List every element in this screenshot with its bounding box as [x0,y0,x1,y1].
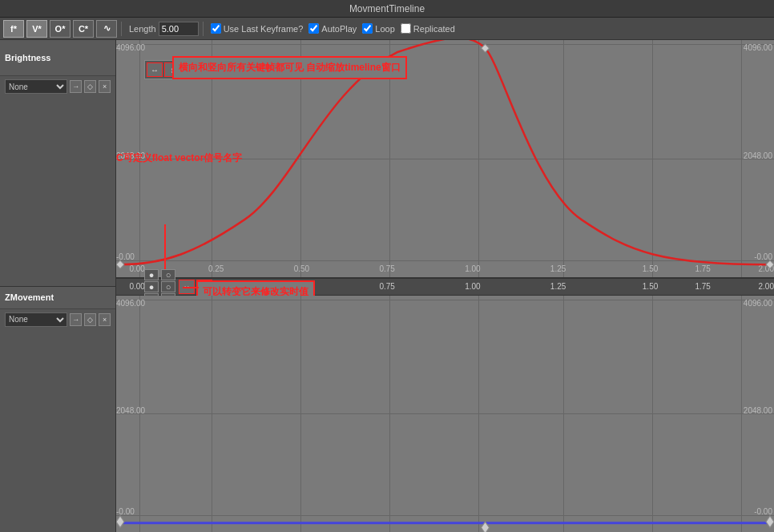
circle-1[interactable]: ○ [161,269,175,280]
separator-1 [121,22,122,36]
fit-v-bottom[interactable]: ↕ [196,280,212,294]
ruler-2: 0.50 [294,282,309,291]
svg-marker-4 [116,515,124,527]
circle-2[interactable]: ○ [161,281,175,292]
zmovement-label: ZMovement [5,292,54,302]
toolbar: f* V* O* C* ∿ Length Use Last Keyframe? … [0,18,774,40]
brightness-controls: None → ◇ × [0,76,115,97]
zmovement-header: ZMovement [0,287,115,309]
zmovement-curve [116,296,774,533]
c-button[interactable]: C* [73,20,94,38]
autoplay-checkbox[interactable] [308,23,319,34]
brightness-section: Brightness None → ◇ × [0,40,115,287]
zmovement-arrow-btn[interactable]: → [70,313,82,326]
ruler-3: 0.75 [379,282,394,291]
svg-marker-0 [116,260,124,268]
ruler-8: 2.00 [759,282,774,291]
loop-label: Loop [375,24,394,34]
o-button[interactable]: O* [50,20,71,38]
brightness-label: Brightness [5,53,50,62]
fit-h-button[interactable]: ↔ [147,62,163,77]
eye-1[interactable]: ● [144,269,159,280]
main-content: Brightness None → ◇ × ZMovement None → [0,40,774,532]
zmovement-controls: None → ◇ × [0,309,115,330]
graph-bottom[interactable]: 4096.00 2048.00 -0.00 4096.00 2048.00 -0… [116,296,774,533]
svg-marker-2 [766,260,774,268]
use-last-keyframe-group: Use Last Keyframe? [211,23,304,34]
curve-button[interactable]: ∿ [96,20,117,38]
use-last-keyframe-checkbox[interactable] [211,23,221,34]
brightness-circle-btn[interactable]: ◇ [84,80,96,93]
replicated-label: Replicated [413,24,455,34]
ruler-5: 1.25 [550,282,566,291]
title-bar: MovmentTimeline [0,0,774,18]
ruler-6: 1.50 [643,282,658,291]
svg-marker-6 [766,515,774,527]
ruler-4: 1.00 [465,282,480,291]
brightness-x-btn[interactable]: × [99,80,111,93]
graph-area: 4096.00 2048.00 -0.00 4096.00 2048.00 -0… [116,40,774,532]
length-input[interactable] [159,22,199,36]
brightness-curve [116,40,774,277]
graph-top[interactable]: 4096.00 2048.00 -0.00 4096.00 2048.00 -0… [116,40,774,278]
replicated-checkbox[interactable] [401,23,411,34]
autoplay-label: AutoPlay [321,24,357,34]
f-button[interactable]: f* [3,20,24,38]
fit-h-bottom[interactable]: ↔ [179,280,195,294]
zmovement-x-btn[interactable]: × [99,313,111,326]
fit-buttons-top: ↔ ↕ [144,60,183,79]
v-button[interactable]: V* [26,20,47,38]
loop-group: Loop [362,23,394,34]
brightness-curve-select[interactable]: None [5,79,67,94]
left-panel: Brightness None → ◇ × ZMovement None → [0,40,116,532]
eye-2[interactable]: ● [144,281,159,292]
ruler-0: 0.00 [129,282,144,291]
replicated-group: Replicated [401,23,455,34]
zmovement-curve-select[interactable]: None [5,312,67,327]
zmovement-section: ZMovement None → ◇ × [0,287,115,533]
brightness-arrow-btn[interactable]: → [70,80,82,93]
length-label: Length [129,24,156,34]
ruler-7: 1.75 [695,282,710,291]
window-title: MovmentTimeline [349,3,425,14]
zmovement-circle-btn[interactable]: ◇ [84,313,96,326]
loop-checkbox[interactable] [362,23,373,34]
brightness-header: Brightness [0,40,115,76]
fit-v-button[interactable]: ↕ [164,62,180,77]
autoplay-group: AutoPlay [308,23,357,34]
use-last-keyframe-label: Use Last Keyframe? [224,24,304,34]
x-ruler: 0.00 0.25 0.50 0.75 1.00 1.25 1.50 1.75 … [116,278,774,296]
separator-2 [203,22,204,36]
